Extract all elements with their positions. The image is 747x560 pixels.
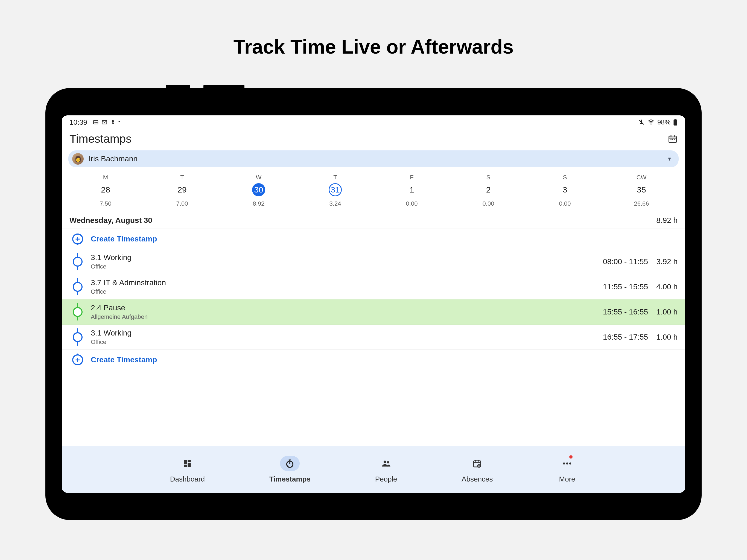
timestamp-range: 15:55 - 16:55: [593, 308, 648, 316]
svg-rect-17: [188, 460, 191, 462]
nav-label: Timestamps: [269, 475, 311, 483]
timestamp-sub: Office: [91, 338, 593, 346]
date-label: Wednesday, August 30: [70, 216, 152, 225]
tablet-hw-button: [166, 85, 190, 88]
nav-item-people[interactable]: People: [375, 456, 397, 483]
day-hours: 0.00: [559, 200, 571, 207]
bottom-nav: DashboardTimestampsPeopleAbsencesMore: [62, 446, 685, 493]
timestamp-title: 2.4 Pause: [91, 304, 593, 312]
create-timestamp-row[interactable]: +Create Timestamp: [62, 229, 685, 249]
timestamp-duration: 1.00 h: [656, 308, 677, 316]
nav-label: People: [375, 475, 397, 483]
create-timestamp-row[interactable]: +Create Timestamp: [62, 350, 685, 370]
svg-point-25: [387, 461, 389, 463]
day-column[interactable]: W308.92: [221, 174, 297, 207]
timestamp-range: 08:00 - 11:55: [593, 257, 648, 266]
day-letter: T: [180, 174, 184, 181]
timeline-circle-icon: [73, 282, 83, 292]
plus-icon: +: [72, 354, 83, 365]
nav-item-dashboard[interactable]: Dashboard: [170, 456, 205, 483]
week-strip: M287.50T297.00W308.92T313.24F10.00S20.00…: [62, 171, 685, 212]
nav-label: More: [559, 475, 575, 483]
day-column[interactable]: S20.00: [450, 174, 526, 207]
nav-item-absences[interactable]: Absences: [462, 456, 493, 483]
notification-dot-icon: [569, 455, 572, 459]
wifi-icon: [647, 119, 654, 126]
calendar-button[interactable]: [668, 134, 677, 144]
day-letter: S: [486, 174, 491, 181]
image-icon: [93, 119, 99, 125]
mute-icon: [638, 119, 645, 126]
create-timestamp-label: Create Timestamp: [87, 235, 157, 244]
svg-point-6: [650, 124, 651, 125]
nav-item-more[interactable]: More: [557, 456, 577, 483]
day-hours: 0.00: [406, 200, 418, 207]
timestamp-title: 3.1 Working: [91, 329, 593, 337]
day-column[interactable]: F10.00: [374, 174, 450, 207]
timestamp-meta: 15:55 - 16:551.00 h: [593, 308, 677, 316]
tablet-hw-buttons: [166, 85, 244, 88]
timestamp-row[interactable]: 3.1 WorkingOffice08:00 - 11:553.92 h: [62, 249, 685, 274]
timestamp-body: 3.1 WorkingOffice: [87, 253, 593, 270]
people-icon: [376, 456, 396, 471]
day-number: 1: [405, 183, 418, 196]
timeline-node: [68, 328, 87, 346]
status-bar: 10:39 •: [62, 116, 685, 129]
date-total-hours: 8.92 h: [656, 216, 677, 225]
day-number: 28: [99, 183, 112, 196]
day-column[interactable]: T297.00: [144, 174, 221, 207]
day-letter: M: [103, 174, 108, 181]
nav-item-timestamps[interactable]: Timestamps: [269, 456, 311, 483]
day-hours: 8.92: [253, 200, 265, 207]
svg-rect-19: [184, 464, 187, 467]
tablet-frame: 10:39 •: [45, 88, 702, 520]
day-letter: S: [563, 174, 567, 181]
avatar: 👩: [72, 153, 84, 164]
svg-point-34: [566, 462, 568, 464]
timeline-node: [68, 278, 87, 295]
timestamp-duration: 3.92 h: [656, 257, 677, 266]
timestamp-range: 16:55 - 17:55: [593, 333, 648, 341]
dashboard-icon: [177, 456, 197, 471]
day-letter: CW: [637, 174, 647, 181]
timeline-circle-icon: [73, 307, 83, 317]
mail-icon: [101, 119, 107, 125]
svg-point-24: [384, 460, 386, 463]
svg-rect-4: [112, 123, 114, 124]
battery-icon: [673, 119, 677, 126]
tablet-hw-button: [203, 85, 244, 88]
svg-rect-7: [674, 119, 676, 120]
timestamp-title: 3.7 IT & Adminstration: [91, 278, 593, 287]
timestamp-meta: 11:55 - 15:554.00 h: [593, 282, 677, 291]
day-hours: 7.00: [176, 200, 188, 207]
timeline-circle-icon: [73, 332, 83, 342]
day-number: 2: [482, 183, 495, 196]
timestamp-duration: 1.00 h: [656, 333, 677, 341]
status-time: 10:39: [70, 118, 87, 127]
hero-title: Track Time Live or Afterwards: [233, 35, 514, 58]
timestamp-row[interactable]: 2.4 PauseAllgemeine Aufgaben15:55 - 16:5…: [62, 299, 685, 325]
nav-label: Dashboard: [170, 475, 205, 483]
day-number: 3: [558, 183, 571, 196]
stopwatch-icon: [280, 456, 300, 471]
day-column[interactable]: CW3526.66: [603, 174, 680, 207]
page-title: Timestamps: [70, 132, 131, 146]
screen: 10:39 •: [62, 116, 685, 493]
day-column[interactable]: S30.00: [526, 174, 603, 207]
chevron-down-icon: ▾: [668, 155, 671, 162]
user-selector[interactable]: 👩 Iris Bachmann ▾: [68, 150, 679, 167]
timeline-node: [68, 253, 87, 270]
timestamp-body: 3.7 IT & AdminstrationOffice: [87, 278, 593, 295]
svg-point-35: [569, 462, 571, 464]
timestamp-row[interactable]: 3.7 IT & AdminstrationOffice11:55 - 15:5…: [62, 274, 685, 299]
day-number: 30: [252, 183, 265, 196]
timestamp-list: +Create Timestamp3.1 WorkingOffice08:00 …: [62, 229, 685, 446]
create-timestamp-label: Create Timestamp: [87, 355, 157, 364]
day-column[interactable]: M287.50: [67, 174, 144, 207]
day-column[interactable]: T313.24: [297, 174, 374, 207]
timestamp-sub: Allgemeine Aufgaben: [91, 313, 593, 321]
timestamp-sub: Office: [91, 288, 593, 295]
timestamp-duration: 4.00 h: [656, 282, 677, 291]
battery-percent: 98%: [657, 119, 670, 126]
timestamp-row[interactable]: 3.1 WorkingOffice16:55 - 17:551.00 h: [62, 325, 685, 350]
